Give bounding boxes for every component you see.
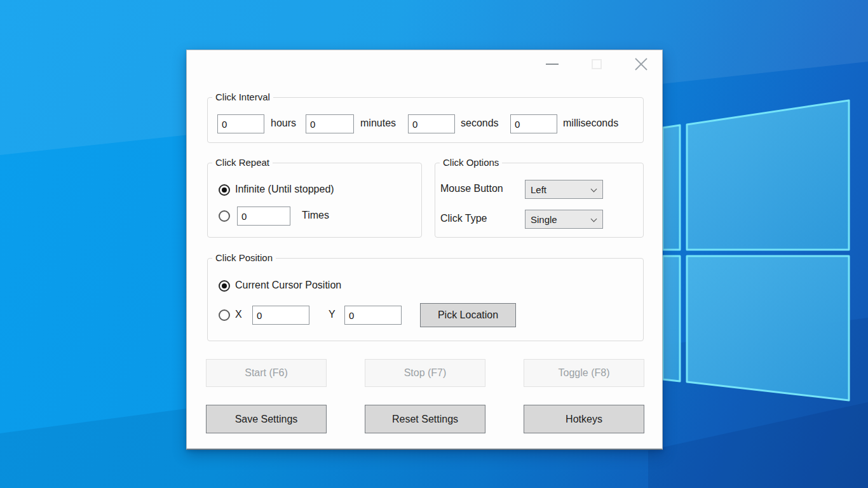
chevron-down-icon: [591, 216, 597, 222]
mouse-button-dropdown[interactable]: Left: [525, 180, 603, 199]
reset-settings-button[interactable]: Reset Settings: [365, 405, 485, 433]
x-label: X: [235, 309, 242, 320]
group-click-position: Click Position Current Cursor Position X…: [207, 258, 644, 341]
seconds-input[interactable]: [408, 114, 455, 133]
maximize-button[interactable]: [587, 55, 606, 74]
times-label: Times: [302, 210, 329, 221]
times-input[interactable]: [237, 207, 290, 226]
group-title: Click Interval: [212, 92, 273, 102]
group-title: Click Options: [440, 157, 502, 168]
current-position-label: Current Cursor Position: [235, 280, 341, 291]
mouse-button-value: Left: [531, 184, 546, 195]
close-icon: [634, 57, 648, 71]
click-type-label: Click Type: [440, 213, 487, 224]
hours-input[interactable]: [217, 114, 264, 133]
infinite-label: Infinite (Until stopped): [235, 184, 334, 195]
minutes-input[interactable]: [306, 114, 354, 133]
group-title: Click Position: [212, 252, 276, 263]
y-input[interactable]: [344, 306, 402, 325]
close-button[interactable]: [632, 55, 651, 74]
group-click-options: Click Options Mouse Button Left Click Ty…: [435, 163, 644, 238]
hours-label: hours: [271, 118, 296, 129]
save-settings-button[interactable]: Save Settings: [206, 405, 327, 433]
milliseconds-input[interactable]: [510, 114, 557, 133]
mouse-button-label: Mouse Button: [440, 183, 503, 194]
minimize-button[interactable]: [543, 55, 562, 74]
current-position-radio[interactable]: [219, 280, 230, 292]
autoclicker-window: Click Interval hours minutes seconds mil…: [186, 50, 663, 450]
chevron-down-icon: [591, 186, 597, 193]
toggle-button[interactable]: Toggle (F8): [524, 359, 644, 387]
custom-position-radio[interactable]: [219, 309, 230, 321]
group-click-interval: Click Interval hours minutes seconds mil…: [207, 97, 644, 143]
seconds-label: seconds: [461, 118, 499, 129]
infinite-radio[interactable]: [219, 184, 230, 196]
start-button[interactable]: Start (F6): [206, 359, 327, 387]
maximize-icon: [592, 59, 602, 69]
titlebar[interactable]: [187, 50, 662, 79]
group-title: Click Repeat: [212, 157, 273, 168]
click-type-dropdown[interactable]: Single: [525, 210, 603, 229]
pick-location-button[interactable]: Pick Location: [420, 303, 516, 327]
minimize-icon: [546, 64, 559, 65]
milliseconds-label: milliseconds: [563, 118, 618, 129]
group-click-repeat: Click Repeat Infinite (Until stopped) Ti…: [207, 163, 422, 238]
x-input[interactable]: [252, 306, 309, 325]
y-label: Y: [329, 309, 336, 320]
minutes-label: minutes: [360, 118, 396, 129]
times-radio[interactable]: [219, 210, 230, 222]
stop-button[interactable]: Stop (F7): [365, 359, 485, 387]
hotkeys-button[interactable]: Hotkeys: [524, 405, 644, 433]
click-type-value: Single: [531, 214, 557, 225]
